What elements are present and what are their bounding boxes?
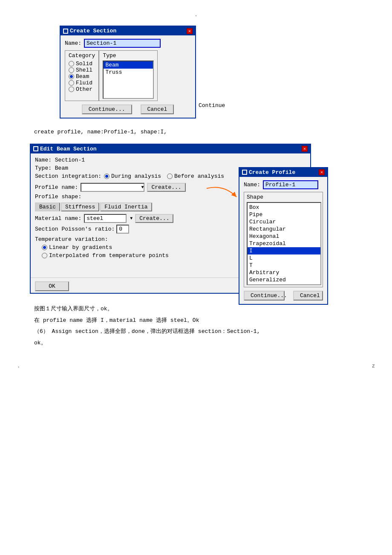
section-poisson-input[interactable] [116,225,129,234]
shape-hexagonal[interactable]: Hexagonal [248,233,320,240]
type-beam-item[interactable]: Beam [104,61,153,69]
cp-buttons: Continue... Cancel [244,291,323,301]
continue-button[interactable]: Continue... [82,104,132,114]
instruction-line1: create profile, name:Profile-1, shape:I, [34,128,167,137]
material-create-button[interactable]: Create... [135,214,173,223]
before-analysis-label: Before analysis [174,173,224,179]
cp-name-input[interactable] [263,180,318,189]
shell-radio-item[interactable]: Shell [69,67,95,73]
before-analysis-radio[interactable] [167,173,173,179]
ok-button[interactable]: OK [35,281,69,291]
edit-name-value: Section-1 [55,157,85,163]
cp-name-row: Name: [244,180,323,189]
create-section-titlebar: Create Section ✕ [61,26,195,35]
cp-continue-button[interactable]: Continue... [244,291,285,301]
category-type-row: Category Solid Shell Beam [65,50,191,101]
solid-radio-item[interactable]: Solid [69,61,95,67]
create-section-dialog: Create Section ✕ Name: Category [60,26,196,119]
linear-radio[interactable] [42,245,47,250]
cp-close-icon[interactable]: ✕ [319,169,325,175]
edit-name-static: Name: Section-1 [35,157,306,163]
profile-name-select-wrapper: ▼ [81,183,144,192]
top-dot: . [17,12,375,18]
category-group: Category Solid Shell Beam [65,50,99,101]
other-radio-item[interactable]: Other [69,86,95,92]
shape-t[interactable]: T [248,262,320,269]
instruction-line5: ok。 [34,339,260,348]
solid-radio[interactable] [69,61,74,66]
edit-beam-titlebar-left: Edit Beam Section [33,146,97,152]
type-truss-item[interactable]: Truss [104,69,153,76]
page-content: . Create Section ✕ Name: [17,9,375,369]
tab-fluid-inertia[interactable]: Fluid Inertia [100,202,152,211]
shape-box[interactable]: Box [248,204,320,211]
create-section-title: Create Section [70,28,116,34]
beam-radio[interactable] [69,74,74,79]
close-icon[interactable]: ✕ [187,28,193,34]
fluid-radio[interactable] [69,80,74,86]
shape-circular[interactable]: Circular [248,218,320,225]
section-integration-label: Section integration: [35,173,101,179]
material-select-wrapper: ▼ [129,216,133,221]
other-radio[interactable] [69,87,74,92]
shape-rectangular[interactable]: Rectangular [248,225,320,233]
shape-i[interactable]: I [248,247,320,254]
create-profile-titlebar: Create Profile ✕ [239,168,327,177]
fluid-radio-item[interactable]: Fluid [69,80,95,86]
shape-arbitrary[interactable]: Arbitrary [248,269,320,276]
name-label: Name: [65,40,81,46]
during-analysis-label: During analysis [111,173,161,179]
footer-dot-left: . [17,363,20,369]
profile-name-select[interactable] [81,183,144,192]
material-name-label: Material name: [35,215,81,222]
cancel-button[interactable]: Cancel [141,104,174,114]
fluid-label: Fluid [76,80,92,86]
section-poisson-label: Section Poisson's ratio: [35,226,115,232]
material-name-input[interactable] [84,214,127,223]
beam-label: Beam [76,73,89,80]
during-analysis-radio-item[interactable]: During analysis [104,173,161,179]
tab-stiffness[interactable]: Stiffness [61,202,99,211]
titlebar-icon-square [63,29,68,34]
during-analysis-radio[interactable] [104,173,110,179]
shell-radio[interactable] [69,67,74,73]
shape-group: Shape Box Pipe Circular Rectangular Hexa… [244,192,323,287]
titlebar-left: Create Section [63,28,116,34]
before-analysis-radio-item[interactable]: Before analysis [167,173,224,179]
edit-name-label: Name: [35,157,55,163]
shape-listbox[interactable]: Box Pipe Circular Rectangular Hexagonal … [247,202,321,285]
shape-generalized[interactable]: Generalized [248,276,320,283]
interpolated-label: Interpolated from temperature points [49,252,169,259]
linear-label: Linear by gradients [49,244,112,251]
cp-titlebar-left: Create Profile [242,169,295,176]
edit-type-value: Beam [55,165,68,171]
bottom-text: 按图１尺寸输入界面尺寸，ok。 在 profile name 选择 I，mate… [17,302,260,350]
type-listbox[interactable]: Beam Truss [103,61,154,99]
material-chevron-icon: ▼ [130,216,133,221]
shape-label: Shape [247,194,320,200]
solid-label: Solid [76,61,92,67]
interpolated-radio[interactable] [42,253,47,258]
profile-create-button[interactable]: Create... [147,183,185,192]
shape-l[interactable]: L [248,254,320,262]
tab-basic[interactable]: Basic [35,202,60,211]
name-input[interactable] [84,39,161,48]
name-field-row: Name: [65,39,191,48]
profile-name-label: Profile name: [35,184,78,191]
shape-trapezoidal[interactable]: Trapezoidal [248,240,320,247]
edit-beam-close-icon[interactable]: ✕ [302,146,308,152]
edit-type-label: Type: [35,165,55,171]
instruction-line4: （6） Assign section，选择全部，done，弹出的对话框选择 se… [34,327,260,336]
edit-beam-icon-square [33,146,38,151]
edit-beam-titlebar: Edit Beam Section ✕ [31,145,310,153]
category-label: Category [69,52,95,59]
type-label: Type [103,52,154,59]
footer-dots: . z [17,363,375,369]
edit-beam-title: Edit Beam Section [40,146,97,152]
beam-radio-item[interactable]: Beam [69,73,95,80]
cp-icon-square [242,170,247,175]
cp-cancel-button[interactable]: Cancel [293,291,323,301]
create-section-buttons: Continue... Cancel [65,104,191,114]
create-section-area: Create Section ✕ Name: Category [17,26,225,119]
shape-pipe[interactable]: Pipe [248,211,320,218]
